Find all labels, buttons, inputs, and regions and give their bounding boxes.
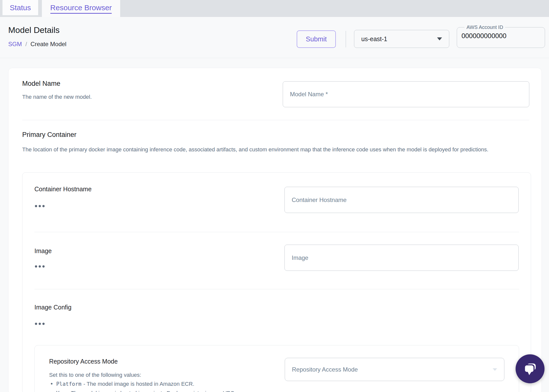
bullet-text: - The model image is hosted in Amazon EC…	[84, 381, 194, 387]
primary-container-description: The location of the primary docker image…	[22, 145, 522, 155]
image-label: Image	[34, 247, 52, 255]
section-divider	[22, 120, 529, 120]
chevron-down-icon	[437, 37, 442, 40]
repository-access-mode-description: Set this to one of the following values:	[49, 372, 141, 378]
breadcrumb-current: Create Model	[30, 41, 66, 48]
breadcrumb-separator: /	[25, 41, 27, 48]
tab-resource-browser[interactable]: Resource Browser	[42, 0, 120, 17]
bullet-text: - The model image is hosted in a private…	[68, 390, 236, 392]
tab-resource-browser-label: Resource Browser	[50, 3, 112, 14]
row-divider	[34, 289, 519, 289]
chevron-down-icon	[493, 368, 497, 371]
container-hostname-label: Container Hostname	[34, 186, 92, 193]
account-id-value[interactable]: 000000000000	[461, 32, 545, 40]
tab-status-label: Status	[10, 3, 31, 12]
row-divider	[34, 232, 519, 232]
repository-access-mode-bullet-platform: Platform - The model image is hosted in …	[49, 380, 194, 387]
page-title: Model Details	[8, 25, 60, 35]
repository-access-mode-bullet-vpc: Vpc - The model image is hosted in a pri…	[49, 390, 236, 392]
page-header: Model Details SGM / Create Model Submit …	[0, 17, 549, 58]
container-hostname-more-ellipsis-icon[interactable]	[35, 205, 45, 207]
chat-launcher-button[interactable]	[516, 354, 545, 383]
image-config-more-ellipsis-icon[interactable]	[35, 323, 45, 325]
image-more-ellipsis-icon[interactable]	[35, 265, 45, 268]
chat-bubbles-icon	[522, 361, 538, 377]
model-name-label: Model Name	[22, 80, 60, 88]
bullet-code: Vpc	[56, 390, 66, 392]
region-dropdown[interactable]: us-east-1	[354, 30, 449, 48]
breadcrumb-root-link[interactable]: SGM	[8, 41, 22, 48]
image-config-label: Image Config	[34, 304, 72, 311]
container-hostname-input[interactable]	[284, 187, 519, 213]
model-name-description: The name of the new model.	[22, 94, 92, 100]
breadcrumb: SGM / Create Model	[8, 41, 66, 48]
model-details-card: Model Name The name of the new model. Pr…	[8, 68, 542, 392]
tab-status[interactable]: Status	[2, 0, 38, 15]
account-id-label: AWS Account ID	[464, 24, 505, 30]
region-dropdown-value: us-east-1	[361, 35, 387, 43]
account-id-fieldset: AWS Account ID 000000000000	[457, 24, 545, 48]
image-input[interactable]	[284, 245, 519, 271]
repository-access-mode-label: Repository Access Mode	[49, 358, 118, 365]
image-config-card: Repository Access Mode Set this to one o…	[34, 345, 519, 392]
model-name-input[interactable]	[283, 81, 529, 107]
submit-button[interactable]: Submit	[297, 30, 336, 48]
primary-container-heading: Primary Container	[22, 131, 77, 139]
repository-access-mode-select[interactable]: Repository Access Mode	[285, 358, 504, 381]
tab-bar: Status Resource Browser	[0, 0, 549, 17]
repository-access-mode-placeholder: Repository Access Mode	[292, 366, 358, 373]
header-vertical-divider	[346, 31, 346, 47]
primary-container-card: Container Hostname Image Image Config Re…	[22, 172, 531, 392]
bullet-code: Platform	[56, 381, 81, 387]
